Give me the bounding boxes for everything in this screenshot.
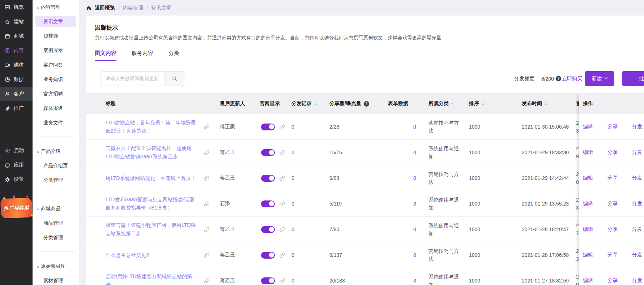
form-data-link[interactable]: 0: [388, 278, 428, 284]
page-link-icon[interactable]: [280, 278, 285, 284]
submenu-item-recruit[interactable]: 官方招聘: [33, 87, 79, 101]
form-data-link[interactable]: 0: [388, 226, 428, 232]
sort-icon[interactable]: [314, 102, 317, 105]
submenu-item-knowledge[interactable]: 业务知识: [33, 72, 79, 87]
article-title-link[interactable]: 用LTD系统做网站优化，不花钱上首页！: [106, 174, 198, 182]
form-data-link[interactable]: 0: [388, 252, 428, 258]
article-title-link[interactable]: LTD发布SaaS配置与独立网站搭建代理/服务商收费指导价（B1套餐）: [106, 195, 198, 212]
copy-link-icon[interactable]: [204, 252, 220, 258]
tab-service[interactable]: 服务内容: [132, 46, 153, 61]
edit-link[interactable]: 编辑: [583, 149, 593, 156]
share-link[interactable]: 分享: [607, 277, 618, 284]
new-button[interactable]: 新建: [585, 71, 614, 86]
form-data-link[interactable]: 0: [388, 175, 428, 181]
filter-caret-icon[interactable]: [451, 103, 453, 105]
submenu-section-material-lib[interactable]: ∧ 原始素材库: [33, 259, 79, 273]
breadcrumb-crumb-articles[interactable]: 资讯文章: [151, 5, 171, 11]
rail-item-launch[interactable]: 启动: [0, 143, 33, 158]
rail-item-media[interactable]: 媒体: [0, 58, 33, 72]
submenu-item-media-report[interactable]: 媒体报道: [33, 101, 79, 116]
promo-banner[interactable]: 推广得奖励: [0, 198, 33, 218]
sort-icon[interactable]: [545, 102, 547, 105]
display-toggle[interactable]: [261, 277, 275, 284]
copy-link-icon[interactable]: [204, 278, 220, 284]
sort-icon[interactable]: [482, 102, 485, 105]
rail-item-customer[interactable]: 客户: [0, 87, 33, 101]
edit-link[interactable]: 编辑: [583, 226, 593, 233]
submenu-section-product-intro[interactable]: ∧ 产品介绍: [33, 144, 79, 159]
buy-now-link[interactable]: 立即购买: [562, 71, 582, 86]
submenu-item-qna[interactable]: 客户问答: [33, 58, 79, 72]
share-link[interactable]: 分享: [607, 124, 618, 130]
page-link-icon[interactable]: [280, 150, 285, 155]
edit-link[interactable]: 编辑: [583, 277, 593, 284]
rail-item-overview[interactable]: 概览: [0, 0, 33, 14]
page-link-icon[interactable]: [280, 201, 285, 207]
share-link[interactable]: 分享: [607, 200, 618, 207]
submenu-item-cases[interactable]: 案例展示: [33, 43, 79, 58]
display-toggle[interactable]: [261, 226, 275, 233]
distribute-link[interactable]: 分发: [632, 252, 642, 258]
copy-link-icon[interactable]: [204, 201, 220, 207]
page-link-icon[interactable]: [280, 176, 285, 181]
submenu-item-goods-category[interactable]: 分类管理: [33, 230, 79, 245]
form-data-link[interactable]: 0: [388, 124, 428, 130]
rail-item-content[interactable]: 内容: [0, 43, 33, 58]
submenu-section-mall-goods[interactable]: ∧ 商城商品: [33, 202, 79, 216]
submenu-item-product-category[interactable]: 分类管理: [33, 173, 79, 187]
edit-link[interactable]: 编辑: [583, 200, 593, 207]
form-data-link[interactable]: 0: [388, 150, 428, 155]
article-title-link[interactable]: 启动!用好LTD搭建官方私域独立站的第一步: [106, 272, 198, 285]
copy-link-icon[interactable]: [204, 124, 220, 130]
display-toggle[interactable]: [261, 124, 275, 130]
share-link[interactable]: 分享: [607, 149, 618, 156]
distribute-link[interactable]: 分发: [632, 200, 642, 207]
submenu-item-articles[interactable]: 资讯文章: [35, 16, 76, 27]
display-toggle[interactable]: [261, 175, 275, 182]
form-data-link[interactable]: 0: [388, 201, 428, 207]
tab-image-text[interactable]: 图文内容: [95, 46, 116, 61]
edit-link[interactable]: 编辑: [583, 252, 593, 258]
article-title-link[interactable]: 什么是生意社交化?: [106, 251, 198, 259]
copy-link-icon[interactable]: [204, 176, 220, 181]
tab-category[interactable]: 分类: [169, 46, 179, 61]
page-link-icon[interactable]: [280, 124, 285, 130]
breadcrumb-back-link[interactable]: 返回概览: [95, 5, 115, 11]
help-icon[interactable]: ?: [556, 76, 561, 81]
page-link-icon[interactable]: [280, 227, 285, 232]
display-toggle[interactable]: [261, 149, 275, 156]
rail-item-promotion[interactable]: 推广: [0, 101, 33, 116]
share-link[interactable]: 分享: [607, 226, 618, 233]
distribute-link[interactable]: 分发: [632, 277, 642, 284]
distribute-link[interactable]: 分发: [632, 175, 642, 181]
article-title-link[interactable]: 极速官微！速建小程序官网，启用LTD独立站系统第二步: [106, 221, 198, 238]
help-icon[interactable]: ?: [364, 101, 369, 107]
share-link[interactable]: 分享: [607, 252, 618, 258]
submenu-item-short-video[interactable]: 短视频: [33, 29, 79, 43]
display-toggle[interactable]: [261, 252, 275, 259]
batch-upload-button[interactable]: 批量上传: [622, 71, 644, 86]
distribute-link[interactable]: 分发: [632, 124, 642, 130]
article-title-link[interactable]: LTD建独立站，首年免费！第二年续费最低20元！火速围观！: [106, 118, 198, 135]
display-toggle[interactable]: [261, 200, 275, 207]
rail-item-apps[interactable]: 应用: [0, 158, 33, 172]
article-title-link[interactable]: 官微名片！配置全员智能名片，是使用LTD独立站营销SaaS系统第三步: [106, 144, 198, 161]
distribute-link[interactable]: 分发: [632, 226, 642, 233]
submenu-item-biz-files[interactable]: 业务文件: [33, 116, 79, 130]
search-button[interactable]: [165, 71, 184, 86]
rail-item-settings[interactable]: 设置: [0, 172, 33, 187]
rail-item-data[interactable]: 数据: [0, 72, 33, 87]
distribute-link[interactable]: 分发: [632, 149, 642, 156]
breadcrumb-crumb-content-mgmt[interactable]: 内容管理: [123, 5, 143, 11]
submenu-item-product-pages[interactable]: 产品介绍页: [33, 159, 79, 173]
submenu-item-material-mgmt[interactable]: 素材管理: [33, 273, 79, 285]
search-input[interactable]: [101, 71, 165, 86]
submenu-section-content-mgmt[interactable]: ∧ 内容管理: [33, 0, 79, 14]
share-link[interactable]: 分享: [607, 175, 618, 181]
rail-item-site[interactable]: 建站: [0, 14, 33, 29]
edit-link[interactable]: 编辑: [583, 175, 593, 181]
copy-link-icon[interactable]: [204, 150, 220, 155]
submenu-item-goods-mgmt[interactable]: 商品管理: [33, 216, 79, 230]
page-link-icon[interactable]: [280, 252, 285, 258]
copy-link-icon[interactable]: [204, 227, 220, 232]
